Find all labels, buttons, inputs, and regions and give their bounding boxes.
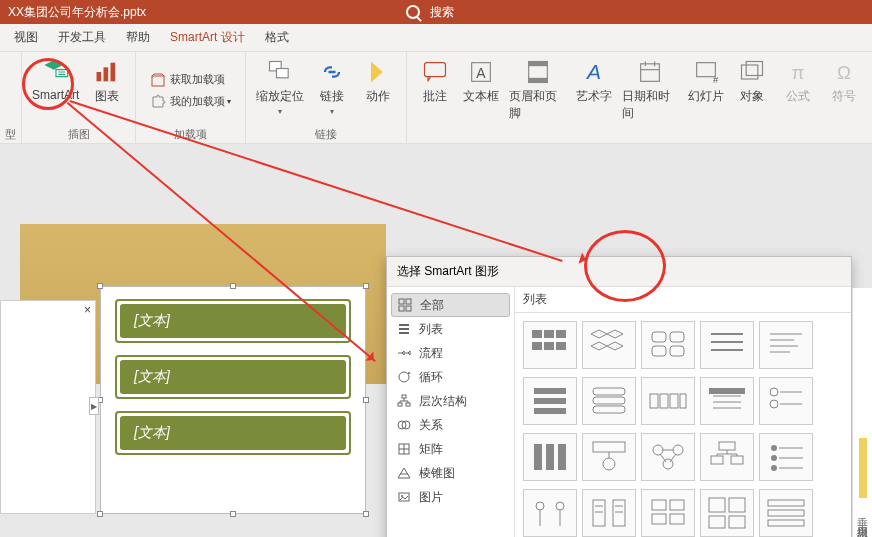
textbox-button[interactable]: A 文本框 — [461, 56, 501, 107]
category-process[interactable]: 流程 — [387, 341, 514, 365]
layout-thumb[interactable] — [582, 489, 636, 537]
layout-thumb[interactable] — [582, 321, 636, 369]
svg-text:π: π — [792, 62, 805, 83]
svg-point-71 — [771, 445, 777, 451]
svg-rect-45 — [652, 346, 666, 356]
tab-view[interactable]: 视图 — [4, 24, 48, 51]
svg-rect-79 — [670, 500, 684, 510]
svg-rect-5 — [277, 69, 289, 78]
svg-rect-61 — [546, 444, 554, 470]
category-relationship[interactable]: 关系 — [387, 413, 514, 437]
layout-thumb[interactable] — [759, 489, 813, 537]
tab-format[interactable]: 格式 — [255, 24, 299, 51]
slide-canvas[interactable]: × ▶ [文本] [文本] [文本] 选择 SmartArt 图形 全部 列表 … — [0, 144, 872, 537]
category-cycle[interactable]: 循环 — [387, 365, 514, 389]
smartart-item-text[interactable]: [文本] — [120, 304, 346, 338]
layout-thumb[interactable] — [641, 377, 695, 425]
zoom-button[interactable]: 缩放定位 ▾ — [254, 56, 306, 118]
symbol-button[interactable]: Ω 符号 — [824, 56, 864, 107]
smartart-item-text[interactable]: [文本] — [120, 416, 346, 450]
layout-thumb[interactable] — [700, 489, 754, 537]
layout-thumb[interactable] — [759, 377, 813, 425]
header-footer-icon — [524, 58, 552, 86]
smartart-item[interactable]: [文本] — [115, 299, 351, 343]
tab-developer[interactable]: 开发工具 — [48, 24, 116, 51]
layout-thumb[interactable] — [641, 433, 695, 481]
resize-handle[interactable] — [230, 511, 236, 517]
search-icon — [406, 5, 420, 19]
category-matrix[interactable]: 矩阵 — [387, 437, 514, 461]
equation-button[interactable]: π 公式 — [778, 56, 818, 107]
resize-handle[interactable] — [363, 397, 369, 403]
tab-help[interactable]: 帮助 — [116, 24, 160, 51]
action-icon — [364, 58, 392, 86]
layout-thumb[interactable] — [523, 489, 577, 537]
resize-handle[interactable] — [97, 283, 103, 289]
category-hierarchy[interactable]: 层次结构 — [387, 389, 514, 413]
layout-thumb[interactable] — [582, 377, 636, 425]
resize-handle[interactable] — [363, 283, 369, 289]
datetime-button[interactable]: 日期和时间 — [620, 56, 680, 124]
category-list-item[interactable]: 列表 — [387, 317, 514, 341]
my-addins-button[interactable]: 我的加载项 ▾ — [148, 92, 233, 112]
layout-thumb[interactable] — [641, 489, 695, 537]
tab-smartart-design[interactable]: SmartArt 设计 — [160, 24, 255, 51]
comment-icon — [421, 58, 449, 86]
svg-rect-37 — [544, 342, 554, 350]
svg-rect-13 — [640, 64, 659, 82]
link-button[interactable]: 链接 ▾ — [312, 56, 352, 118]
pyramid-icon — [397, 466, 411, 480]
smartart-object[interactable]: ▶ [文本] [文本] [文本] — [100, 286, 366, 514]
smartart-item[interactable]: [文本] — [115, 411, 351, 455]
object-button[interactable]: 对象 — [732, 56, 772, 107]
svg-rect-36 — [532, 342, 542, 350]
action-button[interactable]: 动作 — [358, 56, 398, 107]
layout-thumb[interactable] — [523, 433, 577, 481]
resize-handle[interactable] — [97, 511, 103, 517]
resize-handle[interactable] — [363, 511, 369, 517]
resize-handle[interactable] — [230, 283, 236, 289]
layout-thumb[interactable] — [759, 433, 813, 481]
svg-rect-70 — [731, 456, 743, 464]
layout-thumb[interactable] — [700, 377, 754, 425]
comment-button[interactable]: 批注 — [415, 56, 455, 107]
smartart-button[interactable]: SmartArt — [30, 56, 81, 104]
get-addins-button[interactable]: 获取加载项 — [148, 70, 227, 90]
ribbon-group-rest: 批注 A 文本框 页眉和页脚 A 艺术字 日期和时间 # 幻灯片 — [407, 52, 872, 143]
text-pane-toggle[interactable]: ▶ — [89, 397, 99, 415]
picture-icon — [397, 490, 411, 504]
layout-thumb[interactable] — [523, 377, 577, 425]
textbox-label: 文本框 — [463, 88, 499, 105]
object-label: 对象 — [740, 88, 764, 105]
smartart-item-text[interactable]: [文本] — [120, 360, 346, 394]
layout-thumb[interactable] — [759, 321, 813, 369]
layout-thumb[interactable] — [641, 321, 695, 369]
svg-text:#: # — [713, 75, 719, 85]
svg-rect-49 — [534, 408, 566, 414]
smartart-dialog: 选择 SmartArt 图形 全部 列表 流程 循环 层次结构 关系 矩阵 棱锥… — [386, 256, 852, 537]
layout-thumb[interactable] — [523, 321, 577, 369]
layout-thumb[interactable] — [700, 321, 754, 369]
header-footer-button[interactable]: 页眉和页脚 — [507, 56, 567, 124]
svg-rect-78 — [652, 500, 666, 510]
slidenum-button[interactable]: # 幻灯片 — [686, 56, 726, 107]
chart-label: 图表 — [95, 88, 119, 105]
layout-thumb[interactable] — [700, 433, 754, 481]
close-icon[interactable]: × — [84, 303, 91, 317]
chart-button[interactable]: 图表 — [87, 56, 127, 107]
svg-rect-16 — [742, 65, 758, 79]
category-picture[interactable]: 图片 — [387, 485, 514, 509]
svg-marker-39 — [591, 330, 607, 338]
smartart-item[interactable]: [文本] — [115, 355, 351, 399]
layout-thumb[interactable] — [582, 433, 636, 481]
text-pane[interactable]: × — [0, 300, 96, 514]
search-box[interactable]: 搜索 — [406, 4, 454, 21]
category-pyramid[interactable]: 棱锥图 — [387, 461, 514, 485]
svg-rect-1 — [104, 67, 109, 81]
svg-point-72 — [771, 455, 777, 461]
textbox-icon: A — [467, 58, 495, 86]
category-all[interactable]: 全部 — [391, 293, 510, 317]
svg-rect-60 — [534, 444, 542, 470]
svg-rect-53 — [650, 394, 658, 408]
wordart-button[interactable]: A 艺术字 — [574, 56, 614, 107]
